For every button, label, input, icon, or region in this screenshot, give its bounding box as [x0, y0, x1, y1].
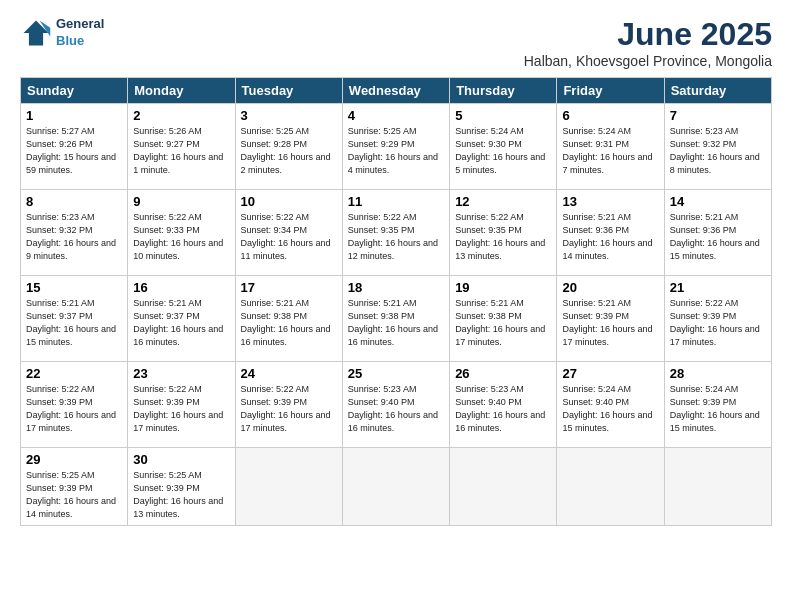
day-info: Sunrise: 5:22 AMSunset: 9:39 PMDaylight:… — [133, 383, 229, 435]
day-number: 16 — [133, 280, 229, 295]
table-row: 8Sunrise: 5:23 AMSunset: 9:32 PMDaylight… — [21, 190, 128, 276]
header-monday: Monday — [128, 78, 235, 104]
day-number: 11 — [348, 194, 444, 209]
day-info: Sunrise: 5:24 AMSunset: 9:39 PMDaylight:… — [670, 383, 766, 435]
day-info: Sunrise: 5:21 AMSunset: 9:36 PMDaylight:… — [562, 211, 658, 263]
table-row: 4Sunrise: 5:25 AMSunset: 9:29 PMDaylight… — [342, 104, 449, 190]
weekday-header-row: Sunday Monday Tuesday Wednesday Thursday… — [21, 78, 772, 104]
day-number: 14 — [670, 194, 766, 209]
day-info: Sunrise: 5:21 AMSunset: 9:38 PMDaylight:… — [348, 297, 444, 349]
day-info: Sunrise: 5:21 AMSunset: 9:38 PMDaylight:… — [455, 297, 551, 349]
calendar-week-row: 8Sunrise: 5:23 AMSunset: 9:32 PMDaylight… — [21, 190, 772, 276]
day-number: 24 — [241, 366, 337, 381]
table-row — [557, 448, 664, 526]
day-info: Sunrise: 5:21 AMSunset: 9:36 PMDaylight:… — [670, 211, 766, 263]
day-info: Sunrise: 5:22 AMSunset: 9:33 PMDaylight:… — [133, 211, 229, 263]
day-info: Sunrise: 5:23 AMSunset: 9:40 PMDaylight:… — [455, 383, 551, 435]
day-info: Sunrise: 5:22 AMSunset: 9:35 PMDaylight:… — [455, 211, 551, 263]
header-wednesday: Wednesday — [342, 78, 449, 104]
header-saturday: Saturday — [664, 78, 771, 104]
day-number: 22 — [26, 366, 122, 381]
table-row: 17Sunrise: 5:21 AMSunset: 9:38 PMDayligh… — [235, 276, 342, 362]
table-row: 19Sunrise: 5:21 AMSunset: 9:38 PMDayligh… — [450, 276, 557, 362]
table-row: 3Sunrise: 5:25 AMSunset: 9:28 PMDaylight… — [235, 104, 342, 190]
day-number: 10 — [241, 194, 337, 209]
day-info: Sunrise: 5:22 AMSunset: 9:34 PMDaylight:… — [241, 211, 337, 263]
day-number: 20 — [562, 280, 658, 295]
day-number: 8 — [26, 194, 122, 209]
day-info: Sunrise: 5:25 AMSunset: 9:39 PMDaylight:… — [26, 469, 122, 521]
table-row: 11Sunrise: 5:22 AMSunset: 9:35 PMDayligh… — [342, 190, 449, 276]
day-info: Sunrise: 5:25 AMSunset: 9:29 PMDaylight:… — [348, 125, 444, 177]
day-number: 3 — [241, 108, 337, 123]
title-section: June 2025 Halban, Khoevsgoel Province, M… — [524, 16, 772, 69]
table-row: 28Sunrise: 5:24 AMSunset: 9:39 PMDayligh… — [664, 362, 771, 448]
day-number: 9 — [133, 194, 229, 209]
day-info: Sunrise: 5:21 AMSunset: 9:38 PMDaylight:… — [241, 297, 337, 349]
day-info: Sunrise: 5:25 AMSunset: 9:39 PMDaylight:… — [133, 469, 229, 521]
logo-text: General Blue — [56, 16, 104, 50]
logo-icon — [20, 17, 52, 49]
day-info: Sunrise: 5:27 AMSunset: 9:26 PMDaylight:… — [26, 125, 122, 177]
table-row: 30Sunrise: 5:25 AMSunset: 9:39 PMDayligh… — [128, 448, 235, 526]
day-info: Sunrise: 5:24 AMSunset: 9:31 PMDaylight:… — [562, 125, 658, 177]
day-info: Sunrise: 5:21 AMSunset: 9:37 PMDaylight:… — [133, 297, 229, 349]
table-row: 6Sunrise: 5:24 AMSunset: 9:31 PMDaylight… — [557, 104, 664, 190]
table-row: 7Sunrise: 5:23 AMSunset: 9:32 PMDaylight… — [664, 104, 771, 190]
table-row: 2Sunrise: 5:26 AMSunset: 9:27 PMDaylight… — [128, 104, 235, 190]
calendar-week-row: 22Sunrise: 5:22 AMSunset: 9:39 PMDayligh… — [21, 362, 772, 448]
day-info: Sunrise: 5:25 AMSunset: 9:28 PMDaylight:… — [241, 125, 337, 177]
calendar-page: General Blue June 2025 Halban, Khoevsgoe… — [0, 0, 792, 612]
table-row: 23Sunrise: 5:22 AMSunset: 9:39 PMDayligh… — [128, 362, 235, 448]
day-number: 27 — [562, 366, 658, 381]
table-row: 13Sunrise: 5:21 AMSunset: 9:36 PMDayligh… — [557, 190, 664, 276]
day-info: Sunrise: 5:22 AMSunset: 9:35 PMDaylight:… — [348, 211, 444, 263]
day-number: 2 — [133, 108, 229, 123]
table-row: 1Sunrise: 5:27 AMSunset: 9:26 PMDaylight… — [21, 104, 128, 190]
day-number: 25 — [348, 366, 444, 381]
day-number: 6 — [562, 108, 658, 123]
table-row: 25Sunrise: 5:23 AMSunset: 9:40 PMDayligh… — [342, 362, 449, 448]
day-number: 13 — [562, 194, 658, 209]
table-row — [664, 448, 771, 526]
calendar-table: Sunday Monday Tuesday Wednesday Thursday… — [20, 77, 772, 526]
day-info: Sunrise: 5:23 AMSunset: 9:32 PMDaylight:… — [670, 125, 766, 177]
table-row: 12Sunrise: 5:22 AMSunset: 9:35 PMDayligh… — [450, 190, 557, 276]
table-row: 16Sunrise: 5:21 AMSunset: 9:37 PMDayligh… — [128, 276, 235, 362]
day-number: 12 — [455, 194, 551, 209]
table-row: 24Sunrise: 5:22 AMSunset: 9:39 PMDayligh… — [235, 362, 342, 448]
day-number: 17 — [241, 280, 337, 295]
table-row: 15Sunrise: 5:21 AMSunset: 9:37 PMDayligh… — [21, 276, 128, 362]
header-tuesday: Tuesday — [235, 78, 342, 104]
table-row: 5Sunrise: 5:24 AMSunset: 9:30 PMDaylight… — [450, 104, 557, 190]
logo: General Blue — [20, 16, 104, 50]
day-info: Sunrise: 5:26 AMSunset: 9:27 PMDaylight:… — [133, 125, 229, 177]
day-number: 4 — [348, 108, 444, 123]
calendar-week-row: 29Sunrise: 5:25 AMSunset: 9:39 PMDayligh… — [21, 448, 772, 526]
day-info: Sunrise: 5:24 AMSunset: 9:30 PMDaylight:… — [455, 125, 551, 177]
day-info: Sunrise: 5:23 AMSunset: 9:32 PMDaylight:… — [26, 211, 122, 263]
day-number: 18 — [348, 280, 444, 295]
table-row: 14Sunrise: 5:21 AMSunset: 9:36 PMDayligh… — [664, 190, 771, 276]
table-row: 10Sunrise: 5:22 AMSunset: 9:34 PMDayligh… — [235, 190, 342, 276]
day-info: Sunrise: 5:21 AMSunset: 9:37 PMDaylight:… — [26, 297, 122, 349]
day-info: Sunrise: 5:24 AMSunset: 9:40 PMDaylight:… — [562, 383, 658, 435]
header-friday: Friday — [557, 78, 664, 104]
table-row: 27Sunrise: 5:24 AMSunset: 9:40 PMDayligh… — [557, 362, 664, 448]
table-row: 21Sunrise: 5:22 AMSunset: 9:39 PMDayligh… — [664, 276, 771, 362]
day-number: 29 — [26, 452, 122, 467]
day-number: 19 — [455, 280, 551, 295]
day-number: 23 — [133, 366, 229, 381]
table-row: 18Sunrise: 5:21 AMSunset: 9:38 PMDayligh… — [342, 276, 449, 362]
calendar-week-row: 1Sunrise: 5:27 AMSunset: 9:26 PMDaylight… — [21, 104, 772, 190]
header-thursday: Thursday — [450, 78, 557, 104]
table-row — [450, 448, 557, 526]
table-row — [235, 448, 342, 526]
day-info: Sunrise: 5:22 AMSunset: 9:39 PMDaylight:… — [26, 383, 122, 435]
day-number: 26 — [455, 366, 551, 381]
table-row: 29Sunrise: 5:25 AMSunset: 9:39 PMDayligh… — [21, 448, 128, 526]
table-row: 26Sunrise: 5:23 AMSunset: 9:40 PMDayligh… — [450, 362, 557, 448]
day-number: 5 — [455, 108, 551, 123]
day-number: 28 — [670, 366, 766, 381]
header-sunday: Sunday — [21, 78, 128, 104]
